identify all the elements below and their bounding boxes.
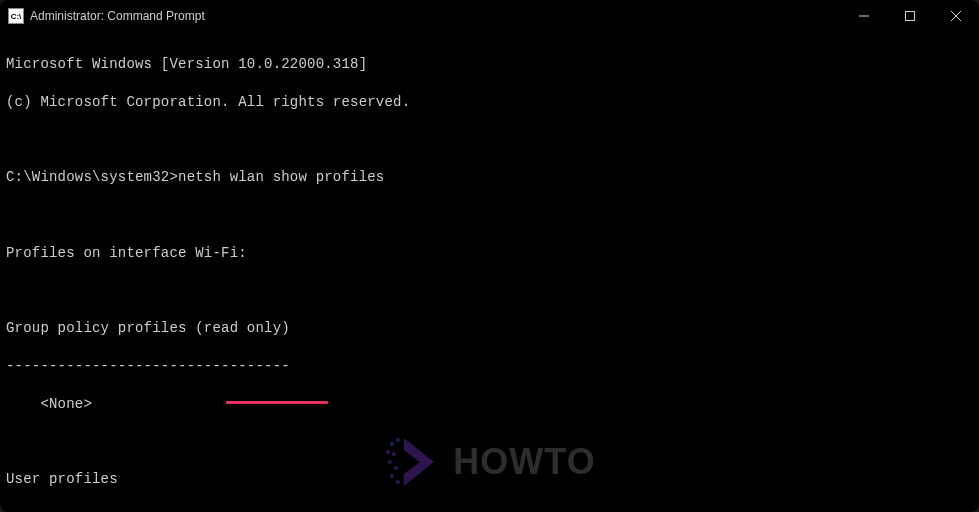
svg-point-9 (393, 466, 397, 470)
output-line: User profiles (6, 470, 973, 489)
svg-point-8 (387, 460, 391, 464)
blank-line (6, 433, 973, 452)
prompt-line: C:\Windows\system32>netsh wlan show prof… (6, 168, 973, 187)
prompt-path: C:\Windows\system32> (6, 169, 178, 185)
blank-line (6, 130, 973, 149)
cmd-icon: C:\ (8, 8, 24, 24)
output-line: Microsoft Windows [Version 10.0.22000.31… (6, 55, 973, 74)
terminal-body[interactable]: Microsoft Windows [Version 10.0.22000.31… (0, 32, 979, 512)
output-line: Group policy profiles (read only) (6, 319, 973, 338)
output-line: --------------------------------- (6, 357, 973, 376)
minimize-button[interactable] (841, 0, 887, 32)
svg-point-7 (391, 452, 395, 456)
cmd-icon-label: C:\ (11, 12, 22, 21)
command-text: netsh wlan show profiles (178, 169, 384, 185)
window-title: Administrator: Command Prompt (30, 9, 205, 23)
svg-rect-1 (906, 12, 915, 21)
blank-line (6, 206, 973, 225)
close-button[interactable] (933, 0, 979, 32)
maximize-button[interactable] (887, 0, 933, 32)
output-line: (c) Microsoft Corporation. All rights re… (6, 93, 973, 112)
titlebar: C:\ Administrator: Command Prompt (0, 0, 979, 32)
output-line: <None> (6, 395, 973, 414)
close-icon (951, 11, 961, 21)
blank-line (6, 282, 973, 301)
maximize-icon (905, 11, 915, 21)
annotation-underline (226, 401, 328, 404)
output-line: ------------- (6, 508, 973, 512)
minimize-icon (859, 11, 869, 21)
output-line: Profiles on interface Wi-Fi: (6, 244, 973, 263)
